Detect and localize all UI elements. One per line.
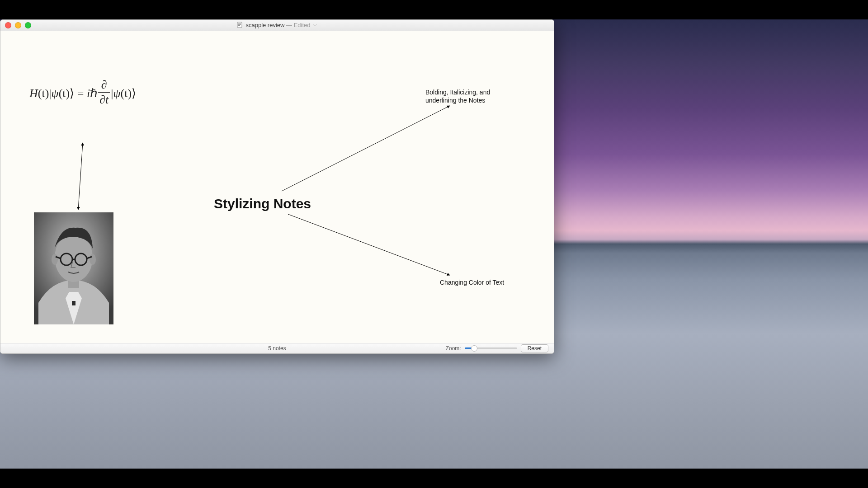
- eq-partial-num: ∂: [98, 78, 110, 93]
- svg-point-9: [52, 254, 58, 265]
- window-minimize-button[interactable]: [15, 22, 21, 28]
- app-window: scapple review — Edited ﹀: [0, 19, 554, 354]
- note-bold-italic-underline[interactable]: Bolding, Italicizing, and underlining th…: [425, 89, 516, 104]
- note-count: 5 notes: [268, 345, 286, 352]
- svg-rect-2: [238, 24, 241, 25]
- eq-psi1: ψ: [52, 87, 59, 100]
- eq-t1: (t): [38, 87, 49, 100]
- svg-rect-6: [72, 301, 75, 305]
- doc-icon: [237, 22, 242, 29]
- svg-rect-3: [238, 25, 240, 26]
- window-close-button[interactable]: [5, 22, 11, 28]
- eq-psi2: ψ: [113, 87, 120, 100]
- svg-point-10: [90, 254, 96, 265]
- note-image-portrait[interactable]: [34, 212, 113, 324]
- eq-ket-close2: ⟩: [132, 87, 136, 100]
- window-title: scapple review — Edited ﹀: [0, 22, 554, 29]
- document-name: scapple review: [245, 22, 284, 28]
- zoom-slider-thumb[interactable]: [471, 345, 477, 352]
- zoom-slider[interactable]: [465, 347, 517, 349]
- note-changing-color[interactable]: Changing Color of Text: [440, 279, 504, 287]
- connection-center-to-bottomright: [288, 214, 450, 275]
- eq-hbar: ℏ: [90, 87, 97, 100]
- eq-equals: =: [74, 87, 87, 100]
- note-equation[interactable]: H(t)|ψ(t)⟩ = iℏ∂∂t|ψ(t)⟩: [29, 78, 136, 107]
- connection-center-to-topright: [282, 106, 450, 191]
- eq-ket-close1: ⟩: [70, 87, 74, 100]
- zoom-label: Zoom:: [446, 345, 461, 352]
- canvas[interactable]: H(t)|ψ(t)⟩ = iℏ∂∂t|ψ(t)⟩ Stylizing Notes…: [0, 31, 554, 343]
- note-stylizing-notes[interactable]: Stylizing Notes: [214, 195, 311, 212]
- eq-H: H: [29, 87, 38, 100]
- titlebar[interactable]: scapple review — Edited ﹀: [0, 20, 554, 31]
- status-bar: 5 notes Zoom: Reset: [0, 343, 554, 353]
- svg-rect-1: [238, 23, 241, 24]
- connection-photo-equation: [78, 143, 83, 210]
- eq-t2: (t): [59, 87, 70, 100]
- svg-rect-0: [237, 22, 242, 28]
- edited-indicator: — Edited: [284, 22, 310, 28]
- eq-partial-den: ∂t: [98, 93, 110, 107]
- eq-fraction: ∂∂t: [98, 78, 110, 107]
- eq-t3: (t): [121, 87, 132, 100]
- window-zoom-button[interactable]: [25, 22, 31, 28]
- chevron-down-icon[interactable]: ﹀: [313, 23, 317, 28]
- zoom-reset-button[interactable]: Reset: [521, 344, 548, 352]
